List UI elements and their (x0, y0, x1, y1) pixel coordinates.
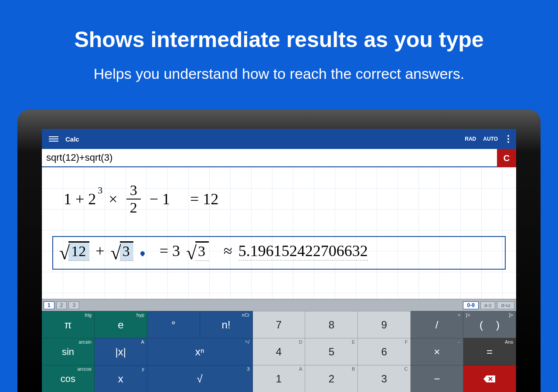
hist1-mul: × (109, 190, 117, 208)
key-degree[interactable]: ° (147, 311, 200, 338)
hist1-a: 1 + 23 (64, 190, 102, 208)
angle-mode-button[interactable]: RAD (465, 136, 476, 142)
input-row: C (42, 149, 516, 167)
hamburger-icon[interactable] (49, 136, 58, 142)
keyset-tab-latin[interactable]: a-z (480, 301, 496, 309)
page-tab-1[interactable]: 1 (44, 301, 54, 309)
history-line-1: 1 + 23 × 3 2 − 1 = 12 (64, 175, 507, 223)
key-4[interactable]: D4 (253, 338, 306, 365)
app-screen: Calc RAD AUTO C 1 + 23 × 3 2 − 1 = 12 (42, 129, 516, 392)
key-x[interactable]: yx (95, 365, 147, 392)
exact-eq: = 3 (160, 242, 180, 260)
key-8[interactable]: 8 (305, 311, 358, 338)
expression-input[interactable] (42, 149, 497, 167)
work-area[interactable]: 1 + 23 × 3 2 − 1 = 12 √12 + √3 (42, 167, 516, 299)
page-tab-3[interactable]: 3 (68, 301, 79, 309)
hist1-tail: − 1 (150, 190, 170, 208)
approx-sign: ≈ (224, 242, 232, 260)
exact-sqrt-3: √3 (186, 241, 209, 261)
promo-subtitle: Helps you understand how to reach the co… (0, 65, 558, 82)
tablet-frame: Calc RAD AUTO C 1 + 23 × 3 2 − 1 = 12 (17, 110, 541, 392)
hist1-fraction: 3 2 (126, 183, 141, 215)
titlebar: Calc RAD AUTO (42, 129, 516, 149)
keyset-tab-greek[interactable]: α-ω (497, 301, 514, 309)
key-sqrt[interactable]: 3√ (147, 365, 253, 392)
key-backspace[interactable] (463, 365, 516, 392)
sqrt-3: √3 (110, 241, 133, 261)
key-5[interactable]: E5 (305, 338, 358, 365)
key-minus[interactable]: − (411, 365, 463, 392)
key-cos[interactable]: arccoscos (42, 365, 95, 392)
keyset-tab-numeric[interactable]: 0-9 (463, 301, 478, 309)
key-3[interactable]: C3 (358, 365, 411, 392)
key-abs[interactable]: A|x| (95, 338, 147, 365)
promo-title: Shows intermediate results as you type (0, 0, 558, 52)
app-title: Calc (65, 135, 79, 143)
plus: + (95, 242, 104, 260)
cursor-icon (140, 250, 146, 257)
key-equals[interactable]: Ans= (463, 338, 516, 365)
key-e[interactable]: hype (95, 311, 147, 338)
backspace-icon (483, 375, 496, 383)
key-power[interactable]: ⁿ√xⁿ (147, 338, 253, 365)
clear-button[interactable]: C (497, 149, 516, 167)
key-6[interactable]: F6 (358, 338, 411, 365)
key-sin[interactable]: arcsinsin (42, 338, 95, 365)
keypad: trigπ hype ° nCrn! 7 8 9 ÷/ [<]> () arcs… (42, 311, 516, 392)
current-expression-box: √12 + √3 = 3 √3 ≈ 5.196152422706632 (52, 236, 506, 270)
overflow-menu-icon[interactable] (505, 135, 512, 143)
key-9[interactable]: 9 (358, 311, 411, 338)
key-2[interactable]: B2 (305, 365, 358, 392)
page-tab-2[interactable]: 2 (56, 301, 67, 309)
format-mode-button[interactable]: AUTO (483, 136, 498, 142)
key-factorial[interactable]: nCrn! (200, 311, 253, 338)
key-parens[interactable]: [<]> () (463, 311, 516, 338)
key-multiply[interactable]: ··× (411, 338, 463, 365)
hist1-result: = 12 (190, 190, 218, 208)
key-pi[interactable]: trigπ (42, 311, 95, 338)
keypad-tab-row: 1 2 3 0-9 a-z α-ω (42, 299, 516, 311)
decimal-result: 5.196152422706632 (238, 242, 368, 260)
key-1[interactable]: A1 (253, 365, 306, 392)
sqrt-12: √12 (59, 241, 89, 261)
key-divide[interactable]: ÷/ (411, 311, 463, 338)
key-7[interactable]: 7 (253, 311, 306, 338)
